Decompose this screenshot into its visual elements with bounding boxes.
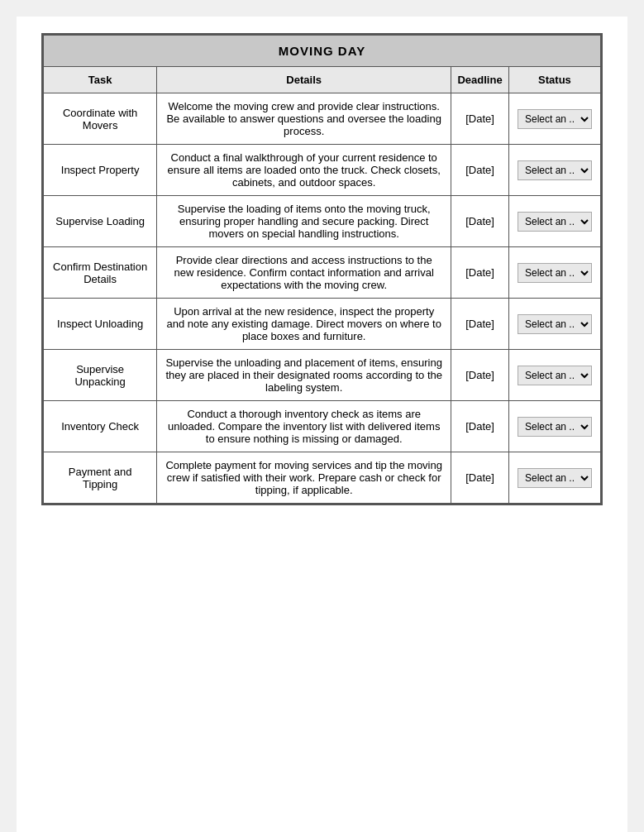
status-select-6[interactable]: Select an ...Not StartedIn ProgressCompl… (518, 417, 592, 437)
task-cell: Inspect Unloading (44, 299, 157, 350)
table-row: Supervise LoadingSupervise the loading o… (44, 196, 601, 247)
deadline-cell: [Date] (451, 401, 509, 452)
task-cell: Inventory Check (44, 401, 157, 452)
status-cell[interactable]: Select an ...Not StartedIn ProgressCompl… (508, 145, 600, 196)
deadline-cell: [Date] (451, 196, 509, 247)
page-container: MOVING DAY Task Details Deadline Status … (17, 17, 627, 832)
moving-day-table: MOVING DAY Task Details Deadline Status … (43, 35, 601, 504)
deadline-cell: [Date] (451, 247, 509, 299)
status-cell[interactable]: Select an ...Not StartedIn ProgressCompl… (508, 247, 600, 299)
status-select-2[interactable]: Select an ...Not StartedIn ProgressCompl… (518, 212, 592, 232)
table-wrapper: MOVING DAY Task Details Deadline Status … (41, 33, 603, 505)
header-deadline: Deadline (451, 67, 509, 93)
status-cell[interactable]: Select an ...Not StartedIn ProgressCompl… (508, 196, 600, 247)
title-row: MOVING DAY (44, 36, 601, 67)
status-cell[interactable]: Select an ...Not StartedIn ProgressCompl… (508, 401, 600, 452)
details-cell: Conduct a thorough inventory check as it… (157, 401, 451, 452)
status-select-7[interactable]: Select an ...Not StartedIn ProgressCompl… (518, 468, 592, 488)
deadline-cell: [Date] (451, 299, 509, 350)
table-row: Supervise UnpackingSupervise the unloadi… (44, 350, 601, 401)
task-cell: Confirm Destination Details (44, 247, 157, 299)
details-cell: Welcome the moving crew and provide clea… (157, 93, 451, 145)
deadline-cell: [Date] (451, 452, 509, 504)
status-select-0[interactable]: Select an ...Not StartedIn ProgressCompl… (518, 109, 592, 129)
task-cell: Supervise Loading (44, 196, 157, 247)
details-cell: Complete payment for moving services and… (157, 452, 451, 504)
status-select-3[interactable]: Select an ...Not StartedIn ProgressCompl… (518, 263, 592, 283)
status-cell[interactable]: Select an ...Not StartedIn ProgressCompl… (508, 350, 600, 401)
details-cell: Provide clear directions and access inst… (157, 247, 451, 299)
table-row: Coordinate with MoversWelcome the moving… (44, 93, 601, 145)
table-row: Payment and TippingComplete payment for … (44, 452, 601, 504)
deadline-cell: [Date] (451, 350, 509, 401)
details-cell: Supervise the loading of items onto the … (157, 196, 451, 247)
task-cell: Inspect Property (44, 145, 157, 196)
header-task: Task (44, 67, 157, 93)
table-row: Inventory CheckConduct a thorough invent… (44, 401, 601, 452)
deadline-cell: [Date] (451, 145, 509, 196)
task-cell: Supervise Unpacking (44, 350, 157, 401)
task-cell: Coordinate with Movers (44, 93, 157, 145)
table-title: MOVING DAY (44, 36, 601, 67)
status-cell[interactable]: Select an ...Not StartedIn ProgressCompl… (508, 452, 600, 504)
status-select-4[interactable]: Select an ...Not StartedIn ProgressCompl… (518, 314, 592, 334)
status-select-1[interactable]: Select an ...Not StartedIn ProgressCompl… (518, 160, 592, 180)
details-cell: Upon arrival at the new residence, inspe… (157, 299, 451, 350)
details-cell: Supervise the unloading and placement of… (157, 350, 451, 401)
header-details: Details (157, 67, 451, 93)
table-row: Inspect PropertyConduct a final walkthro… (44, 145, 601, 196)
status-cell[interactable]: Select an ...Not StartedIn ProgressCompl… (508, 299, 600, 350)
table-row: Confirm Destination DetailsProvide clear… (44, 247, 601, 299)
details-cell: Conduct a final walkthrough of your curr… (157, 145, 451, 196)
task-cell: Payment and Tipping (44, 452, 157, 504)
header-row: Task Details Deadline Status (44, 67, 601, 93)
table-row: Inspect UnloadingUpon arrival at the new… (44, 299, 601, 350)
deadline-cell: [Date] (451, 93, 509, 145)
status-select-5[interactable]: Select an ...Not StartedIn ProgressCompl… (518, 366, 592, 385)
header-status: Status (508, 67, 600, 93)
status-cell[interactable]: Select an ...Not StartedIn ProgressCompl… (508, 93, 600, 145)
